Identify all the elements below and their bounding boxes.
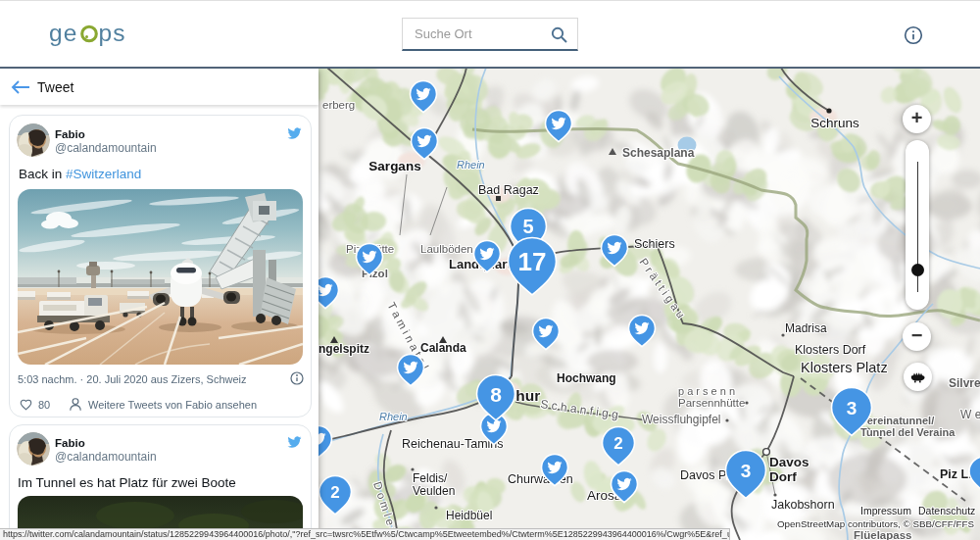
svg-text:5: 5 (522, 216, 533, 237)
svg-text:Davos: Davos (769, 455, 809, 469)
svg-text:Heidbüel: Heidbüel (446, 509, 492, 522)
svg-text:Parsennhütte: Parsennhütte (678, 397, 745, 409)
svg-text:8: 8 (490, 383, 502, 406)
svg-text:Calanda: Calanda (420, 341, 466, 355)
svg-text:Flüelapass: Flüelapass (854, 529, 911, 540)
svg-text:ge: ge (49, 20, 77, 46)
svg-text:Klosters Platz: Klosters Platz (801, 360, 888, 375)
svg-text:3: 3 (847, 398, 858, 418)
svg-text:Hochwang: Hochwang (557, 371, 616, 385)
svg-text:Jakobshorn: Jakobshorn (771, 498, 835, 512)
svg-text:Feldis/: Feldis/ (413, 471, 448, 485)
svg-text:Davos Pl: Davos Pl (680, 468, 729, 482)
svg-text:W e: W e (960, 408, 980, 421)
svg-text:Schiers: Schiers (634, 237, 675, 251)
svg-text:ngelspitz: ngelspitz (318, 342, 369, 356)
svg-text:17: 17 (518, 247, 547, 276)
svg-text:Vereinatunnel/: Vereinatunnel/ (860, 415, 934, 426)
svg-text:Sargans: Sargans (368, 159, 420, 173)
svg-text:Veulden: Veulden (413, 484, 455, 498)
svg-text:Rhein: Rhein (457, 159, 485, 171)
svg-text:Klosters Dorf: Klosters Dorf (795, 343, 866, 357)
svg-text:Silvrett: Silvrett (949, 376, 980, 390)
svg-text:2: 2 (613, 434, 622, 453)
svg-text:Bad Ragaz: Bad Ragaz (478, 183, 539, 197)
svg-text:3: 3 (741, 461, 752, 481)
svg-text:Madrisa: Madrisa (785, 321, 827, 335)
svg-text:Rhein: Rhein (379, 411, 408, 422)
svg-text:Impressum: Impressum (860, 505, 911, 516)
svg-text:Weissfluhgipfel: Weissfluhgipfel (642, 413, 720, 426)
svg-text:Schruns: Schruns (810, 116, 859, 130)
svg-text:Laulböden: Laulböden (420, 243, 473, 255)
svg-text:p a r s e n n: p a r s e n n (678, 385, 735, 397)
svg-text:Schesaplana: Schesaplana (622, 146, 695, 160)
svg-text:ps: ps (99, 20, 126, 46)
svg-text:erberg: erberg (322, 99, 355, 111)
svg-text:Dorf: Dorf (769, 469, 797, 484)
svg-text:OpenStreetMap contributors, ©: OpenStreetMap contributors, © SBB/CFF/FF… (777, 518, 975, 529)
svg-text:Tunnel del Veraina: Tunnel del Veraina (860, 426, 956, 438)
svg-text:Datenschutz: Datenschutz (918, 505, 975, 516)
svg-text:2: 2 (330, 483, 339, 502)
